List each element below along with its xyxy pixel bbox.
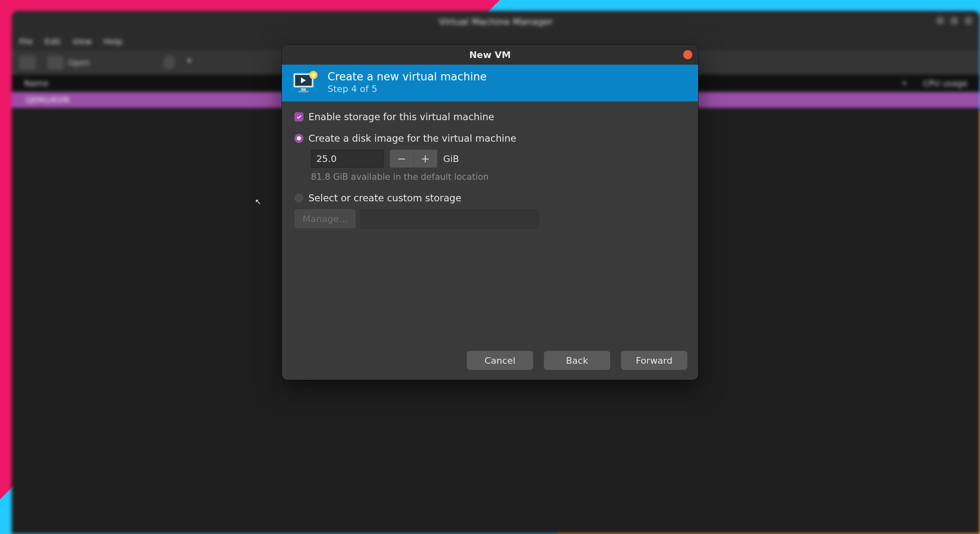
disk-size-input[interactable]: 25.0 bbox=[311, 150, 384, 168]
back-button-label: Back bbox=[566, 355, 588, 366]
custom-storage-radio[interactable]: Select or create custom storage bbox=[294, 193, 686, 203]
manage-button: Manage... bbox=[294, 209, 356, 228]
vm-wizard-icon bbox=[292, 71, 319, 94]
main-window-title: Virtual Machine Manager bbox=[439, 17, 553, 27]
new-connection-button[interactable] bbox=[19, 56, 36, 70]
svg-rect-4 bbox=[298, 91, 308, 92]
manage-storage-row: Manage... bbox=[294, 209, 686, 229]
column-sort-icon[interactable]: ▾ bbox=[902, 78, 907, 88]
enable-storage-checkbox[interactable]: Enable storage for this virtual machine bbox=[294, 111, 686, 122]
chevron-down-icon[interactable]: ▾ bbox=[187, 56, 198, 70]
column-cpu[interactable]: CPU usage bbox=[923, 78, 968, 88]
dialog-title: New VM bbox=[469, 50, 511, 60]
forward-button[interactable]: Forward bbox=[621, 351, 687, 370]
menu-edit[interactable]: Edit bbox=[44, 36, 61, 46]
close-icon[interactable] bbox=[964, 17, 973, 25]
disk-size-row: 25.0 − + GiB bbox=[311, 150, 686, 168]
menu-view[interactable]: View bbox=[72, 36, 92, 46]
disk-size-unit: GiB bbox=[443, 154, 459, 164]
dialog-body: Enable storage for this virtual machine … bbox=[282, 101, 698, 343]
radio-icon bbox=[294, 193, 303, 203]
monitor-icon bbox=[47, 56, 64, 70]
menu-file[interactable]: File bbox=[19, 36, 33, 46]
power-icon[interactable] bbox=[163, 56, 175, 70]
dialog-button-bar: Cancel Back Forward bbox=[282, 343, 698, 380]
create-disk-image-label: Create a disk image for the virtual mach… bbox=[308, 133, 516, 144]
back-button[interactable]: Back bbox=[544, 351, 610, 370]
dialog-titlebar: New VM bbox=[282, 45, 698, 65]
step-down-button[interactable]: − bbox=[390, 150, 414, 168]
custom-storage-path-input bbox=[360, 209, 539, 229]
svg-rect-3 bbox=[301, 88, 306, 91]
dialog-banner: Create a new virtual machine Step 4 of 5 bbox=[282, 65, 698, 101]
checkbox-icon bbox=[294, 112, 303, 121]
cancel-button-label: Cancel bbox=[485, 355, 516, 366]
disk-size-value: 25.0 bbox=[316, 154, 337, 164]
maximize-icon[interactable] bbox=[950, 17, 958, 25]
banner-step: Step 4 of 5 bbox=[327, 84, 487, 94]
close-icon[interactable] bbox=[683, 50, 692, 59]
main-window-controls bbox=[936, 17, 973, 25]
available-space-hint: 81.8 GiB available in the default locati… bbox=[311, 172, 686, 182]
new-vm-dialog: New VM Create a new virtual machine Step… bbox=[282, 45, 698, 380]
radio-icon bbox=[294, 134, 303, 143]
banner-heading: Create a new virtual machine bbox=[327, 70, 487, 83]
vm-connection-name: QEMU/KVM bbox=[26, 95, 70, 104]
open-button[interactable]: Open bbox=[47, 56, 90, 70]
forward-button-label: Forward bbox=[636, 355, 672, 366]
step-up-button[interactable]: + bbox=[414, 150, 437, 168]
menu-help[interactable]: Help bbox=[104, 36, 123, 46]
cancel-button[interactable]: Cancel bbox=[467, 351, 533, 370]
column-name[interactable]: Name bbox=[24, 78, 49, 88]
disk-size-stepper: − + bbox=[390, 150, 437, 168]
enable-storage-label: Enable storage for this virtual machine bbox=[308, 111, 494, 122]
create-disk-image-radio[interactable]: Create a disk image for the virtual mach… bbox=[294, 133, 686, 144]
manage-button-label: Manage... bbox=[303, 214, 347, 224]
open-button-label: Open bbox=[68, 58, 90, 68]
custom-storage-label: Select or create custom storage bbox=[308, 193, 461, 203]
main-window-titlebar: Virtual Machine Manager bbox=[12, 11, 980, 32]
minimize-icon[interactable] bbox=[936, 17, 944, 25]
